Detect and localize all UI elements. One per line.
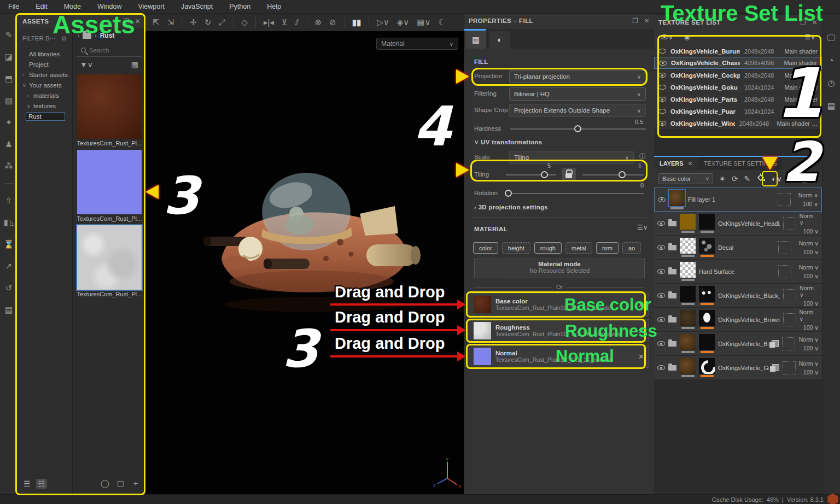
folder-icon[interactable]: [83, 33, 91, 39]
asset-thumbnail-roughness[interactable]: [77, 225, 142, 290]
layer-mask-thumbnail[interactable]: [699, 286, 715, 302]
tree-item-rust-rename-field[interactable]: Rust: [26, 112, 65, 121]
channel-height-button[interactable]: height: [502, 242, 530, 254]
menu-window[interactable]: Window: [89, 3, 130, 10]
instantiate-icon[interactable]: ⟳: [732, 174, 738, 183]
close-icon[interactable]: ✕: [688, 160, 693, 167]
channel-nrm-button[interactable]: nrm: [596, 242, 619, 254]
layer-thumbnail[interactable]: [680, 334, 696, 350]
close-icon[interactable]: ✕: [135, 17, 141, 25]
lazy-mouse-icon[interactable]: ⇲: [167, 17, 174, 27]
move-icon[interactable]: ✛: [190, 17, 197, 27]
rotation-slider[interactable]: [506, 193, 644, 194]
clear-slot-icon[interactable]: ✕: [638, 301, 644, 309]
layer-row-group[interactable]: OxKingsVehicle_Black_Ma… Norm ∨ 100 ∨: [654, 284, 822, 308]
slider-handle[interactable]: [574, 125, 581, 132]
blend-mode-dropdown[interactable]: Norm ∨: [799, 336, 819, 343]
slider-handle[interactable]: [505, 190, 512, 197]
opacity-dropdown[interactable]: 100 ∨: [803, 201, 818, 207]
info-icon[interactable]: ⓘ: [639, 152, 646, 161]
channel-filter-dropdown[interactable]: Base color ∨: [658, 173, 713, 184]
smudge-tool-icon[interactable]: ✦: [5, 118, 13, 127]
menu-javascript[interactable]: JavaScript: [173, 3, 221, 10]
layer-mask-thumbnail[interactable]: [699, 238, 715, 254]
tree-item-textures[interactable]: ∨ textures: [18, 101, 72, 111]
tiling-slider-v[interactable]: [582, 174, 644, 175]
tree-item-materials[interactable]: › materials: [18, 90, 72, 101]
blend-mode-dropdown[interactable]: Norm ∨: [799, 240, 819, 247]
visibility-eye-icon[interactable]: [658, 85, 666, 90]
layer-thumbnail[interactable]: [669, 190, 685, 206]
visibility-eye-icon[interactable]: [657, 245, 665, 250]
undock-icon[interactable]: ❐: [632, 17, 638, 25]
visibility-eye-icon[interactable]: [657, 293, 665, 298]
plugin-icon[interactable]: ☾: [438, 17, 445, 27]
3d-viewport[interactable]: Material ∨: [145, 31, 464, 494]
layer-mask-box[interactable]: [778, 241, 791, 254]
tree-item-project[interactable]: Project: [18, 59, 72, 69]
opacity-dropdown[interactable]: 100 ∨: [803, 228, 819, 235]
add-group-icon[interactable]: [788, 174, 796, 183]
layer-row-group[interactable]: OxKingsVehicle_Gre… Norm ∨ 100 ∨: [654, 356, 822, 380]
shading-mode-dropdown[interactable]: Material ∨: [376, 38, 458, 50]
rotate-icon[interactable]: ↻: [205, 17, 212, 27]
delete-layer-icon[interactable]: ▯̲: [802, 174, 807, 183]
asset-thumbnail-normal[interactable]: [77, 150, 142, 214]
particles-tool-icon[interactable]: ⁂: [5, 161, 13, 171]
visibility-options-icon[interactable]: ∨: [661, 33, 673, 41]
history-icon[interactable]: ◷: [827, 78, 835, 88]
layer-thumbnail[interactable]: [680, 310, 696, 326]
disable-icon[interactable]: ⊗: [315, 17, 322, 27]
blend-mode-dropdown[interactable]: Norm ∨: [800, 309, 819, 322]
straighten-icon[interactable]: ↗: [5, 261, 13, 271]
texture-set-row[interactable]: OxKingsVehicle_Goku 1024x1024 Main shade…: [654, 81, 822, 93]
opacity-dropdown[interactable]: 100 ∨: [803, 249, 819, 255]
asset-thumbnail-base-color[interactable]: [77, 74, 142, 139]
layer-mask-box[interactable]: [782, 337, 795, 350]
channel-metal-button[interactable]: metal: [565, 242, 592, 254]
slider-handle[interactable]: [541, 171, 548, 178]
visibility-eye-icon[interactable]: [658, 97, 666, 102]
channel-ao-button[interactable]: ao: [622, 242, 641, 254]
menu-file[interactable]: File: [0, 3, 27, 10]
list-view-icon[interactable]: ☰: [24, 479, 31, 488]
sort-icon[interactable]: ☰∨: [637, 224, 648, 231]
texture-set-row[interactable]: OxKingsVehicle_Window 2048x2048 Main sha…: [654, 117, 822, 129]
tree-item-all-libraries[interactable]: All libraries: [18, 49, 72, 59]
blend-mode-dropdown[interactable]: Norm ∨: [800, 213, 819, 226]
export-icon[interactable]: ⇧: [5, 196, 13, 206]
opacity-dropdown[interactable]: 100 ∨: [803, 300, 819, 307]
visibility-eye-icon[interactable]: [657, 317, 665, 322]
mirror-y-icon[interactable]: ⊻: [282, 17, 288, 27]
layer-mask-thumbnail[interactable]: [699, 334, 715, 350]
roughness-slot[interactable]: Roughness TexturesCom_Rust_Plain1C_1x1_1…: [469, 319, 649, 342]
tree-item-starter-assets[interactable]: › Starter assets: [18, 69, 72, 80]
opacity-dropdown[interactable]: 100 ∨: [803, 345, 819, 351]
pause-engine-icon[interactable]: ▮▮: [352, 17, 361, 27]
visibility-eye-icon[interactable]: [658, 49, 666, 54]
texture-set-row[interactable]: OxKingsVehicle_Puar 1024x1024 Main shade…: [654, 105, 822, 117]
visibility-eye-icon[interactable]: [657, 365, 665, 370]
layer-row-group[interactable]: OxKingsVehicle_HeadLigh… Norm ∨ 100 ∨: [654, 212, 822, 236]
geometry-mask-icon[interactable]: ◇: [241, 17, 248, 27]
camera-icon[interactable]: ▦∨: [417, 17, 430, 27]
layer-thumbnail[interactable]: [680, 286, 696, 302]
material-picker-icon[interactable]: ◧₁: [3, 218, 14, 227]
add-fill-layer-icon[interactable]: [756, 173, 766, 184]
layer-row-group[interactable]: OxKingsVehicle_Bro… Norm ∨ 100 ∨: [654, 332, 822, 356]
layer-mask-thumbnail[interactable]: [699, 358, 715, 374]
path-tool-icon[interactable]: ⇱: [153, 17, 160, 27]
layer-thumbnail[interactable]: [680, 214, 696, 230]
texture-set-row[interactable]: OxKingsVehicle_Buruma 2048x2048 Main sha…: [654, 45, 822, 57]
details-view-icon[interactable]: ☷: [36, 479, 48, 489]
close-icon[interactable]: ✕: [812, 19, 818, 26]
chevron-down-icon[interactable]: ∨: [27, 103, 31, 109]
tab-mask[interactable]: ◐: [489, 31, 510, 49]
material-mode-dropzone[interactable]: Material mode No Resource Selected: [474, 259, 645, 278]
hourglass-icon[interactable]: ⌛: [4, 239, 14, 249]
display-settings-icon[interactable]: 🖵: [827, 33, 835, 43]
normal-slot[interactable]: Normal TexturesCom_Rust_Plain1C_1x1_1K_n…: [469, 345, 649, 368]
layer-mask-thumbnail[interactable]: [699, 310, 715, 326]
shape-crop-dropdown[interactable]: Projection Extends Outside Shape ∨: [509, 104, 646, 117]
channel-rough-button[interactable]: rough: [534, 242, 562, 254]
